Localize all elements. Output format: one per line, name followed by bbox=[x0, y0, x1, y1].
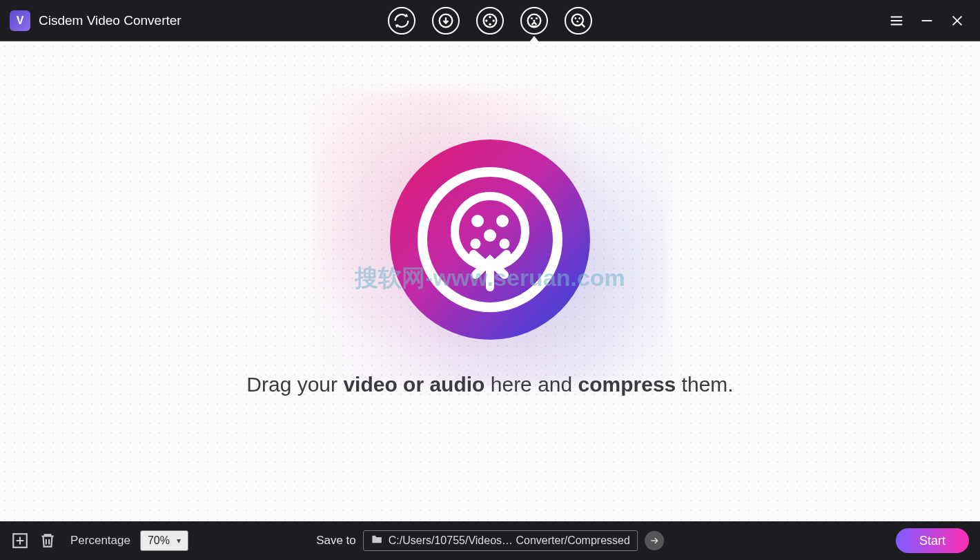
chevron-down-icon: ▾ bbox=[177, 536, 181, 545]
close-icon bbox=[950, 13, 965, 28]
svg-point-15 bbox=[471, 215, 484, 227]
enhance-mode-button[interactable] bbox=[565, 7, 592, 35]
arrow-right-icon bbox=[649, 535, 660, 546]
menu-button[interactable] bbox=[889, 13, 904, 28]
open-folder-button[interactable] bbox=[645, 531, 664, 550]
drop-text-bold1: video or audio bbox=[343, 373, 484, 396]
svg-point-8 bbox=[536, 17, 538, 19]
folder-icon bbox=[371, 533, 383, 548]
film-reel-search-icon bbox=[569, 11, 588, 30]
app-logo-icon: V bbox=[10, 10, 30, 31]
film-reel-icon bbox=[480, 11, 500, 30]
compress-mode-button[interactable] bbox=[520, 7, 548, 35]
svg-point-2 bbox=[489, 16, 491, 19]
download-mode-button[interactable] bbox=[432, 7, 460, 35]
rip-mode-button[interactable] bbox=[476, 7, 504, 35]
plus-square-icon bbox=[11, 532, 29, 550]
drop-area[interactable]: 搜软网-www.seruan.com Drag your video or au… bbox=[0, 41, 980, 521]
svg-point-4 bbox=[493, 19, 496, 22]
delete-button[interactable] bbox=[39, 532, 57, 550]
svg-point-7 bbox=[531, 17, 533, 19]
add-file-button[interactable] bbox=[11, 532, 29, 550]
film-reel-compress-icon bbox=[525, 11, 544, 30]
app-title: Cisdem Video Converter bbox=[39, 13, 182, 28]
trash-icon bbox=[39, 532, 57, 550]
drop-text-suffix: them. bbox=[676, 373, 733, 396]
svg-point-12 bbox=[578, 17, 580, 19]
percentage-value: 70% bbox=[148, 534, 170, 547]
start-button[interactable]: Start bbox=[896, 528, 969, 553]
mode-toolbar bbox=[388, 7, 592, 35]
svg-point-11 bbox=[575, 17, 577, 19]
close-button[interactable] bbox=[950, 13, 965, 28]
refresh-icon bbox=[392, 11, 411, 30]
svg-point-3 bbox=[485, 19, 488, 22]
percentage-label: Percentage bbox=[70, 534, 130, 548]
svg-point-18 bbox=[471, 238, 481, 249]
bottom-bar: Percentage 70% ▾ Save to C:/Users/10755/… bbox=[0, 521, 980, 560]
save-path-field[interactable]: C:/Users/10755/Videos… Converter/Compres… bbox=[363, 530, 638, 551]
svg-point-13 bbox=[576, 20, 578, 22]
download-circle-icon bbox=[436, 11, 455, 30]
title-bar: V Cisdem Video Converter bbox=[0, 0, 980, 41]
minimize-icon bbox=[919, 13, 934, 28]
svg-point-17 bbox=[484, 229, 496, 242]
svg-point-19 bbox=[500, 238, 510, 249]
minimize-button[interactable] bbox=[919, 13, 934, 28]
drop-text-prefix: Drag your bbox=[246, 373, 343, 396]
compress-hero-icon bbox=[390, 139, 590, 340]
start-button-label: Start bbox=[919, 534, 945, 548]
drop-text-mid: here and bbox=[484, 373, 578, 396]
save-to-label: Save to bbox=[316, 534, 356, 548]
convert-mode-button[interactable] bbox=[388, 7, 415, 35]
save-path-text: C:/Users/10755/Videos… Converter/Compres… bbox=[389, 534, 630, 547]
svg-point-5 bbox=[489, 23, 491, 26]
svg-point-10 bbox=[572, 14, 583, 25]
drop-text-bold2: compress bbox=[578, 373, 676, 396]
percentage-select[interactable]: 70% ▾ bbox=[140, 530, 188, 551]
drop-instruction: Drag your video or audio here and compre… bbox=[246, 373, 733, 396]
film-reel-compress-large-icon bbox=[438, 188, 542, 291]
hamburger-icon bbox=[889, 13, 904, 28]
svg-point-16 bbox=[496, 215, 509, 227]
